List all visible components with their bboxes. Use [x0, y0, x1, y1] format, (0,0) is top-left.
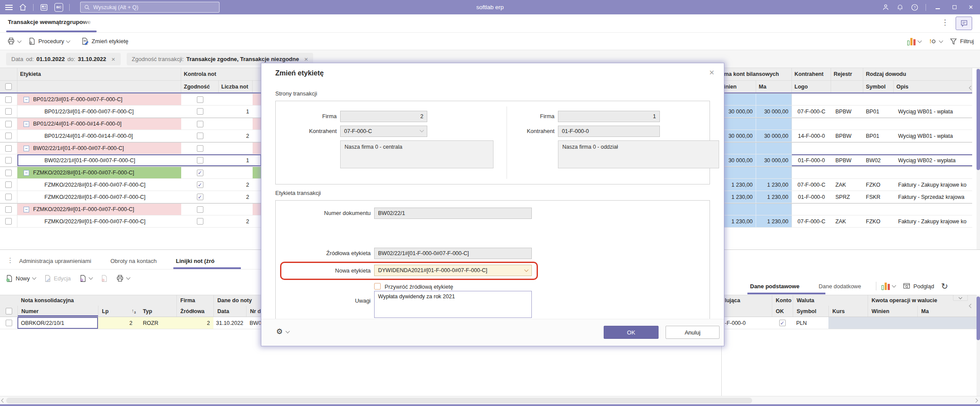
- comments-button[interactable]: [956, 17, 972, 30]
- tab-dane-podstawowe[interactable]: Dane podstawowe: [750, 283, 799, 290]
- vertical-scrollbar[interactable]: [977, 68, 980, 249]
- col-kontrahent[interactable]: Kontrahent: [794, 71, 824, 77]
- checkbox[interactable]: [5, 145, 12, 152]
- tab-linijki-not[interactable]: Linijki not (źró: [176, 258, 215, 264]
- transaction-row[interactable]: BP01/22/4#[01-F-000-0#14-F-000-0]2: [0, 130, 261, 142]
- numer-dokumentu-input[interactable]: [374, 208, 532, 219]
- tab-transakcje-wewnatrzgrupowe[interactable]: Transakcje wewnątrzgrupowe: [8, 19, 91, 25]
- maximize-button[interactable]: [950, 4, 959, 10]
- transaction-row[interactable]: 30 000,0030 000,0001-F-000-0BPBWBW02Wyci…: [723, 154, 972, 167]
- checkbox[interactable]: ✓: [197, 170, 203, 176]
- checkbox[interactable]: [197, 96, 203, 103]
- przywroc-checkbox[interactable]: [374, 283, 381, 290]
- user-icon[interactable]: [882, 3, 889, 11]
- collapse-group-icon[interactable]: −: [24, 146, 29, 151]
- collapse-group-icon[interactable]: −: [24, 170, 29, 176]
- bar-chart-icon[interactable]: [882, 282, 890, 290]
- transaction-row[interactable]: −BP01/22/4#[01-F-000-0#14-F-000-0]: [0, 118, 261, 130]
- checkbox[interactable]: [197, 121, 203, 127]
- help-icon[interactable]: ?: [911, 3, 919, 11]
- checkbox[interactable]: [197, 108, 203, 115]
- podglad-button[interactable]: Podgląd: [902, 282, 934, 290]
- col-dane-do-noty[interactable]: Dane do noty: [217, 297, 252, 304]
- ok-checkbox[interactable]: ✓: [779, 320, 786, 326]
- transaction-row[interactable]: [723, 142, 972, 154]
- transaction-row[interactable]: −BP01/22/3#[01-F-000-0#07-F-000-C]: [0, 93, 261, 106]
- filter-chip-data[interactable]: Data od: 01.10.2022 do: 31.10.2022 ×: [6, 53, 121, 65]
- close-button[interactable]: ✕: [966, 4, 976, 10]
- col-symbol[interactable]: Symbol: [866, 84, 885, 90]
- scroll-right-icon[interactable]: [974, 399, 978, 403]
- chip-close-icon[interactable]: ×: [304, 55, 308, 63]
- scrollbar-thumb[interactable]: [977, 69, 980, 170]
- col-nr-dokumentu[interactable]: Nr doku: [250, 308, 261, 314]
- col-rejestr[interactable]: Rejestr: [834, 71, 852, 77]
- bc-module-icon[interactable]: BC: [54, 3, 63, 12]
- col-nota-konsolidacyjna[interactable]: Nota konsolidacyjna: [21, 297, 74, 304]
- checkbox[interactable]: [5, 108, 12, 115]
- ok-button[interactable]: OK: [604, 326, 659, 339]
- kontrahent-left-combo[interactable]: [340, 126, 427, 137]
- zrodlowa-etykieta-input[interactable]: [374, 248, 532, 259]
- checkbox[interactable]: [5, 157, 12, 164]
- search-input[interactable]: [93, 4, 216, 10]
- home-icon[interactable]: [19, 3, 27, 11]
- expand-toolbar-button[interactable]: [953, 295, 968, 301]
- row-checkbox[interactable]: [6, 320, 12, 326]
- col-kontrola-not[interactable]: Kontrola not: [184, 71, 216, 77]
- checkbox[interactable]: [197, 145, 203, 152]
- transaction-row[interactable]: FZMKO/2022/8#[01-F-000-0#07-F-000-C]✓2: [0, 191, 261, 203]
- anuluj-button[interactable]: Anuluj: [666, 326, 720, 339]
- filtruj-button[interactable]: Filtruj: [950, 38, 974, 45]
- hamburger-menu-icon[interactable]: [5, 5, 13, 10]
- transaction-row[interactable]: FZMKO/2022/8#[01-F-000-0#07-F-000-C]✓2: [0, 179, 261, 191]
- col-ok[interactable]: OK: [776, 308, 784, 314]
- checkbox[interactable]: [5, 133, 12, 139]
- horizontal-scrollbar[interactable]: [0, 396, 980, 404]
- print-bottom-button[interactable]: [116, 274, 130, 283]
- col-zgodnosc[interactable]: Zgodność: [184, 84, 210, 90]
- transaction-row[interactable]: FZMKO/2022/9#[01-F-000-0#07-F-000-C]2: [0, 215, 261, 228]
- col-kurs[interactable]: Kurs: [832, 308, 845, 314]
- transaction-row[interactable]: [723, 167, 972, 179]
- col-numer[interactable]: Numer: [21, 308, 39, 314]
- uwagi-textarea[interactable]: Wypłata dywidendy za rok 2021: [374, 291, 532, 318]
- dialog-settings-button[interactable]: ⚙: [276, 328, 289, 335]
- checkbox[interactable]: [197, 157, 203, 164]
- drag-handle-icon[interactable]: ⋮: [7, 256, 14, 264]
- view-settings-button[interactable]: !: [928, 37, 943, 46]
- checkbox[interactable]: [5, 206, 12, 213]
- global-search[interactable]: [80, 2, 220, 13]
- col-zrodlowa[interactable]: Żródłowa: [180, 308, 205, 314]
- print-button[interactable]: [7, 37, 21, 45]
- edycja-button[interactable]: Edycja: [44, 274, 71, 283]
- col-data[interactable]: Data: [217, 308, 229, 314]
- col-kwota-operacji[interactable]: Kwota operacji w walucie: [872, 297, 937, 304]
- firma-right-input[interactable]: [558, 111, 660, 122]
- checkbox[interactable]: [5, 121, 12, 127]
- tab-dane-dodatkowe[interactable]: Dane dodatkowe: [818, 283, 861, 290]
- dialog-close-icon[interactable]: ×: [709, 68, 714, 78]
- scrollbar-thumb[interactable]: [6, 398, 752, 403]
- document-info-button[interactable]: i: [79, 274, 92, 283]
- zmien-etykiete-button[interactable]: Zmień etykietę: [81, 37, 128, 45]
- checkbox[interactable]: ✓: [197, 194, 203, 200]
- col-konto[interactable]: Konto: [776, 297, 791, 304]
- select-all-checkbox[interactable]: [6, 308, 12, 314]
- checkbox[interactable]: [5, 181, 12, 188]
- vertical-scrollbar[interactable]: [977, 295, 980, 396]
- col-lp[interactable]: Lp: [102, 308, 108, 314]
- select-all-checkbox[interactable]: [5, 83, 12, 90]
- collapse-group-icon[interactable]: −: [24, 121, 29, 127]
- checkbox[interactable]: ✓: [197, 181, 203, 188]
- dane-row[interactable]: -F-000-0 ✓ PLN: [723, 317, 980, 329]
- transaction-row[interactable]: [723, 203, 972, 215]
- checkbox[interactable]: [197, 206, 203, 213]
- transaction-row[interactable]: 30 000,0030 000,0014-F-000-0BPBWBP01Wyci…: [723, 130, 972, 142]
- transaction-row[interactable]: BP01/22/3#[01-F-000-0#07-F-000-C]1: [0, 106, 261, 118]
- more-options-icon[interactable]: ⋮: [941, 18, 949, 27]
- col-ma[interactable]: Ma: [921, 308, 929, 314]
- scroll-left-icon[interactable]: [1, 399, 6, 403]
- col-symbol[interactable]: Symbol: [797, 308, 816, 314]
- scrollbar-thumb[interactable]: [977, 297, 980, 340]
